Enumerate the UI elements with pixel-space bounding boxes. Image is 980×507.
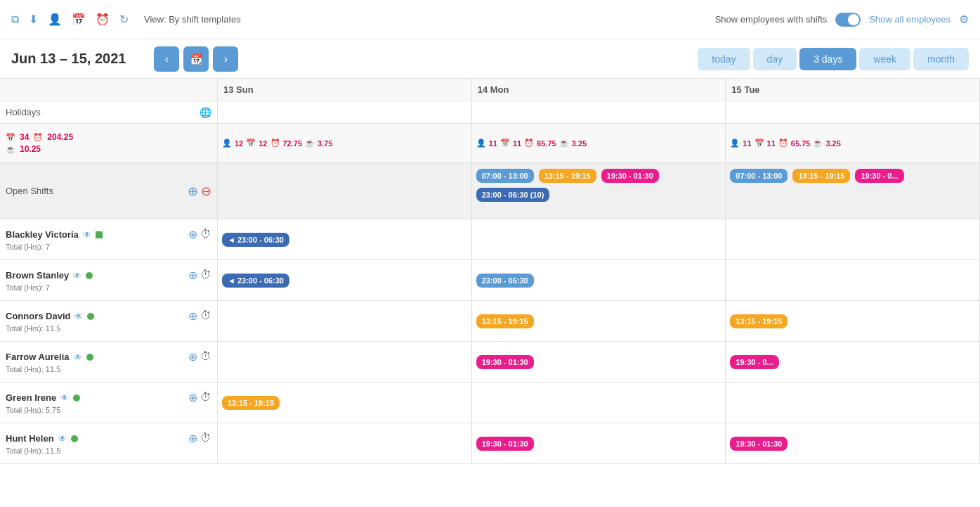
stat15-cal: 11 bbox=[767, 139, 776, 148]
show-employees-label: Show employees with shifts bbox=[715, 14, 828, 25]
employee-row-connors: Connors David 👁 ⊕ ⏱ Total (Hrs): 11.5 13… bbox=[0, 301, 980, 342]
holidays-day-15 bbox=[726, 101, 980, 123]
emp-day15-green bbox=[726, 383, 980, 423]
emp-add-brown[interactable]: ⊕ bbox=[188, 269, 197, 282]
holidays-days bbox=[218, 101, 980, 123]
emp-add-connors[interactable]: ⊕ bbox=[188, 309, 197, 323]
toolbar-right: Show employees with shifts Show all empl… bbox=[715, 13, 969, 27]
employee-row-hunt: Hunt Helen 👁 ⊕ ⏱ Total (Hrs): 11.5 19:30… bbox=[0, 423, 980, 464]
shift-14-1[interactable]: 07:00 - 13:00 bbox=[476, 169, 534, 183]
shift-hunt-15[interactable]: 19:30 - 01:30 bbox=[730, 437, 788, 451]
header-left-spacer bbox=[0, 79, 218, 101]
holidays-row: Holidays 🌐 bbox=[0, 101, 980, 124]
holidays-day-14 bbox=[472, 101, 726, 123]
eye-icon-connors[interactable]: 👁 bbox=[74, 312, 83, 321]
stat14-cal: 11 bbox=[513, 139, 521, 148]
shift-15-2[interactable]: 13:15 - 19:15 bbox=[792, 169, 850, 183]
emp-clock-hunt[interactable]: ⏱ bbox=[200, 432, 211, 445]
employee-name-row-green: Green Irene 👁 ⊕ ⏱ bbox=[6, 391, 211, 404]
emp-actions-green: ⊕ ⏱ bbox=[188, 391, 211, 404]
eye-icon-farrow[interactable]: 👁 bbox=[74, 352, 82, 362]
tab-3days[interactable]: 3 days bbox=[799, 48, 856, 70]
employee-left-hunt: Hunt Helen 👁 ⊕ ⏱ Total (Hrs): 11.5 bbox=[0, 423, 218, 463]
calendar-picker-button[interactable]: 📆 bbox=[183, 46, 209, 72]
prev-button[interactable]: ‹ bbox=[154, 46, 179, 72]
open-shifts-day-15: 07:00 - 13:00 13:15 - 19:15 19:30 - 0... bbox=[726, 163, 980, 219]
eye-icon-hunt[interactable]: 👁 bbox=[58, 434, 67, 444]
employee-days-farrow: 19:30 - 01:30 19:30 - 0... bbox=[218, 342, 980, 382]
shift-connors-15[interactable]: 13:15 - 19:15 bbox=[730, 314, 788, 328]
shift-connors-14[interactable]: 13:15 - 19:15 bbox=[476, 314, 534, 328]
stats-numbers: 📅 34 ⏰ 204.25 ☕ 10.25 bbox=[6, 132, 73, 154]
calendar-icon[interactable]: 📅 bbox=[72, 13, 86, 26]
emp-add-blackley[interactable]: ⊕ bbox=[188, 228, 197, 241]
clock-icon[interactable]: ⏰ bbox=[96, 13, 110, 26]
employee-name-row-hunt: Hunt Helen 👁 ⊕ ⏱ bbox=[6, 432, 211, 445]
emp-day14-hunt: 19:30 - 01:30 bbox=[472, 423, 726, 463]
eye-icon-brown[interactable]: 👁 bbox=[73, 271, 81, 281]
copy-icon[interactable]: ⧉ bbox=[11, 13, 19, 26]
emp-clock-blackley[interactable]: ⏱ bbox=[200, 228, 211, 241]
stat13-cal: 12 bbox=[259, 139, 267, 148]
emp-clock-green[interactable]: ⏱ bbox=[200, 391, 211, 404]
emp-clock-connors[interactable]: ⏱ bbox=[200, 309, 211, 323]
status-dot-green bbox=[73, 394, 80, 402]
view-tabs: today day 3 days week month bbox=[698, 48, 969, 70]
status-dot-connors bbox=[87, 313, 94, 320]
tab-week[interactable]: week bbox=[859, 48, 910, 70]
emp-add-farrow[interactable]: ⊕ bbox=[188, 350, 197, 364]
gear-icon[interactable]: ⚙ bbox=[959, 13, 969, 26]
emp-actions-blackley: ⊕ ⏱ bbox=[188, 228, 211, 241]
employee-days-hunt: 19:30 - 01:30 19:30 - 01:30 bbox=[218, 423, 980, 463]
shift-15-3[interactable]: 19:30 - 0... bbox=[855, 169, 903, 183]
globe-icon[interactable]: 🌐 bbox=[200, 107, 211, 118]
employee-row-farrow: Farrow Aurelia 👁 ⊕ ⏱ Total (Hrs): 11.5 1… bbox=[0, 342, 980, 383]
shift-14-4[interactable]: 23:00 - 06:30 (10) bbox=[476, 188, 550, 202]
employee-name-brown: Brown Stanley bbox=[6, 270, 69, 281]
open-shifts-row: Open Shifts ⊕ ⊖ 07:00 - 13:00 13:15 - 19… bbox=[0, 163, 980, 219]
tab-month[interactable]: month bbox=[913, 48, 969, 70]
employee-left-farrow: Farrow Aurelia 👁 ⊕ ⏱ Total (Hrs): 11.5 bbox=[0, 342, 218, 382]
shift-brown-13[interactable]: ◄ 23:00 - 06:30 bbox=[222, 274, 289, 288]
status-dot-brown bbox=[86, 272, 93, 279]
eye-icon-blackley[interactable]: 👁 bbox=[83, 230, 91, 240]
tab-day[interactable]: day bbox=[753, 48, 797, 70]
shift-14-2[interactable]: 13:15 - 19:15 bbox=[539, 169, 596, 183]
shift-14-3[interactable]: 19:30 - 01:30 bbox=[601, 169, 659, 183]
show-employees-toggle[interactable] bbox=[835, 13, 861, 27]
stats-days: 👤12 📅12 ⏰72.75 ☕3.75 👤11 📅11 ⏰65.75 ☕3.2… bbox=[218, 124, 980, 162]
tab-today[interactable]: today bbox=[698, 48, 750, 70]
emp-actions-farrow: ⊕ ⏱ bbox=[188, 350, 211, 364]
open-shifts-remove-icon[interactable]: ⊖ bbox=[201, 184, 211, 199]
open-shifts-add-icon[interactable]: ⊕ bbox=[188, 184, 198, 199]
emp-day14-farrow: 19:30 - 01:30 bbox=[472, 342, 726, 382]
emp-total-green: Total (Hrs): 5.75 bbox=[6, 406, 211, 414]
employee-name-farrow: Farrow Aurelia bbox=[6, 352, 70, 362]
refresh-icon[interactable]: ↻ bbox=[119, 13, 129, 26]
status-dot-hunt bbox=[71, 435, 78, 442]
open-shifts-label: Open Shifts bbox=[6, 186, 53, 196]
emp-day13-hunt bbox=[218, 423, 472, 463]
emp-actions-brown: ⊕ ⏱ bbox=[188, 269, 211, 282]
stats-day-14: 👤11 📅11 ⏰65.75 ☕3.25 bbox=[472, 124, 726, 162]
show-all-link[interactable]: Show all employees bbox=[869, 14, 950, 25]
people-icon[interactable]: 👤 bbox=[48, 13, 62, 26]
shift-blackley-13[interactable]: ◄ 23:00 - 06:30 bbox=[222, 233, 289, 247]
shift-farrow-15[interactable]: 19:30 - 0... bbox=[730, 355, 778, 369]
emp-day14-green bbox=[472, 383, 726, 423]
eye-icon-green[interactable]: 👁 bbox=[60, 393, 69, 403]
next-button[interactable]: › bbox=[213, 46, 238, 72]
shift-15-1[interactable]: 07:00 - 13:00 bbox=[730, 169, 788, 183]
emp-add-hunt[interactable]: ⊕ bbox=[188, 432, 197, 445]
clock-icon-small: ⏰ bbox=[33, 133, 43, 142]
shift-hunt-14[interactable]: 19:30 - 01:30 bbox=[476, 437, 534, 451]
day-headers: 13 Sun 14 Mon 15 Tue bbox=[218, 79, 980, 101]
emp-clock-farrow[interactable]: ⏱ bbox=[200, 350, 211, 364]
shift-green-13[interactable]: 13:15 - 19:15 bbox=[222, 396, 280, 410]
shift-farrow-14[interactable]: 19:30 - 01:30 bbox=[476, 355, 534, 369]
emp-add-green[interactable]: ⊕ bbox=[188, 391, 197, 404]
download-icon[interactable]: ⬇ bbox=[29, 13, 38, 26]
employee-row-brown: Brown Stanley 👁 ⊕ ⏱ Total (Hrs): 7 ◄ 23:… bbox=[0, 260, 980, 301]
emp-clock-brown[interactable]: ⏱ bbox=[200, 269, 211, 282]
shift-brown-14[interactable]: 23:00 - 06:30 bbox=[476, 274, 534, 288]
